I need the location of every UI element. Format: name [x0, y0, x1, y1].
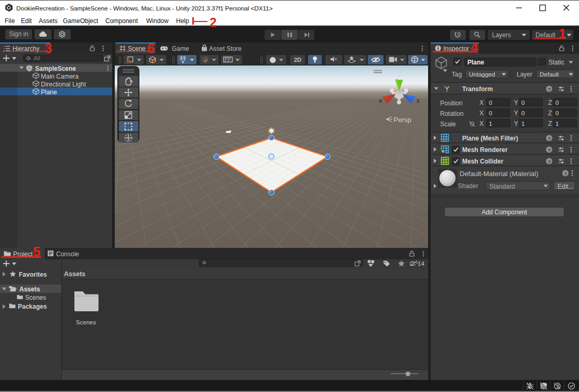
- svg-text:?: ?: [548, 136, 551, 141]
- svg-text:?: ?: [564, 171, 567, 177]
- svg-text:Y: Y: [182, 60, 185, 64]
- svg-text:?: ?: [548, 86, 551, 92]
- svg-text:y: y: [398, 70, 401, 78]
- svg-text:x: x: [379, 97, 383, 104]
- svg-text:?: ?: [548, 159, 551, 165]
- svg-text:?: ?: [548, 147, 551, 153]
- svg-text:z: z: [417, 97, 420, 104]
